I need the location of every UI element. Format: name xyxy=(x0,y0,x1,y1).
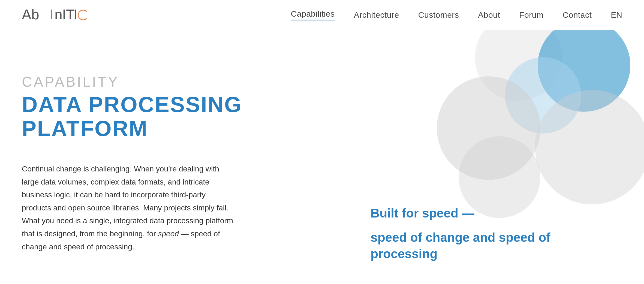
nav-item-forum[interactable]: Forum xyxy=(519,10,543,20)
language-selector[interactable]: EN xyxy=(611,10,622,20)
description-text: Continual change is challenging. When yo… xyxy=(22,162,234,253)
svg-text:I: I xyxy=(62,7,66,22)
main-content: CAPABILITY DATA PROCESSING PLATFORM Cont… xyxy=(0,30,644,284)
speed-italic: speed xyxy=(158,229,179,238)
svg-text:n: n xyxy=(55,7,62,22)
built-for-speed-heading: Built for speed — xyxy=(371,205,561,222)
right-text-block: Built for speed — speed of change and sp… xyxy=(371,205,561,262)
page-title: DATA PROCESSING PLATFORM xyxy=(22,93,332,141)
decorative-circles xyxy=(420,30,644,204)
svg-text:I: I xyxy=(74,7,77,22)
logo[interactable]: Ab I n I T I xyxy=(22,7,87,23)
svg-point-6 xyxy=(78,10,87,20)
nav-item-architecture[interactable]: Architecture xyxy=(354,10,399,20)
svg-text:I: I xyxy=(50,7,53,22)
main-nav: Capabilities Architecture Customers Abou… xyxy=(291,9,622,20)
site-header: Ab I n I T I Capabilities Architecture C… xyxy=(0,0,644,30)
nav-item-capabilities[interactable]: Capabilities xyxy=(291,9,335,20)
speed-description-text: speed of change and speed of processing xyxy=(371,229,561,262)
capability-label: CAPABILITY xyxy=(22,74,332,90)
left-panel: CAPABILITY DATA PROCESSING PLATFORM Cont… xyxy=(0,30,354,284)
right-panel: Built for speed — speed of change and sp… xyxy=(354,30,644,284)
svg-text:T: T xyxy=(66,7,75,22)
nav-item-contact[interactable]: Contact xyxy=(562,10,592,20)
circle-decoration-5 xyxy=(535,90,644,204)
svg-text:Ab: Ab xyxy=(22,7,39,22)
nav-item-about[interactable]: About xyxy=(478,10,500,20)
nav-item-customers[interactable]: Customers xyxy=(418,10,459,20)
